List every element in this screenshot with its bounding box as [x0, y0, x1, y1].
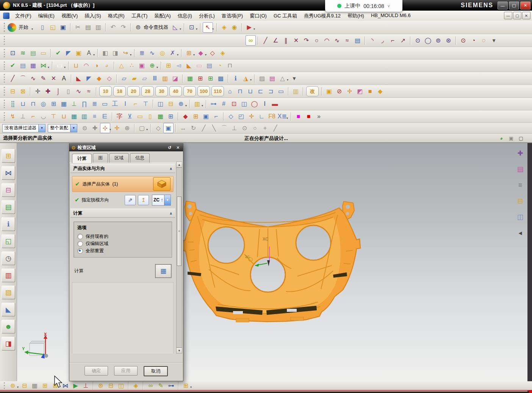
- split-plate-icon[interactable]: ◫: [155, 99, 166, 109]
- rib-icon[interactable]: ▥: [160, 73, 170, 83]
- save-icon[interactable]: ▣: [58, 22, 68, 33]
- hook-icon[interactable]: ⌡: [53, 86, 63, 96]
- locating-ring-icon[interactable]: ◎: [38, 99, 49, 109]
- scroll-thumb[interactable]: ≡: [177, 196, 182, 266]
- point-dialog-button[interactable]: ↥: [138, 195, 149, 205]
- dialog-title-bar[interactable]: ⚙ 检查区域 ↺ ✕: [69, 144, 183, 151]
- minimize-button[interactable]: —: [498, 2, 508, 9]
- size-button-20[interactable]: 20: [127, 86, 140, 96]
- note-icon[interactable]: ▭: [38, 48, 49, 58]
- size-button-100[interactable]: 100: [197, 86, 210, 96]
- point-set-icon[interactable]: ◇: [104, 73, 114, 83]
- e-shape-icon[interactable]: ⋿: [100, 112, 110, 122]
- library-icon[interactable]: ▥: [192, 99, 202, 109]
- perp-snap-icon[interactable]: ⊥: [229, 123, 239, 133]
- tpipe-icon[interactable]: ⊥: [18, 112, 28, 122]
- layer-category-icon[interactable]: ▤: [28, 48, 38, 58]
- dimension-icon[interactable]: ⊻: [125, 112, 135, 122]
- die-insert-icon[interactable]: ⊔: [245, 86, 255, 96]
- text-check-icon-dropdown[interactable]: ▾: [93, 53, 95, 57]
- snap-point-icon[interactable]: ✚: [90, 123, 100, 133]
- mold-cubes2-icon[interactable]: ⊠: [18, 86, 28, 96]
- tray-icon[interactable]: ⊟: [166, 99, 176, 109]
- resize-face-icon[interactable]: ◈: [217, 48, 228, 58]
- shaded-select-icon[interactable]: ▣: [163, 123, 174, 133]
- bend2-icon[interactable]: ∟: [257, 112, 267, 122]
- rotate-icon[interactable]: ◇: [226, 112, 236, 122]
- radio-icon-1[interactable]: [77, 241, 83, 247]
- body-select-button[interactable]: [153, 177, 171, 191]
- constraint-navigator-icon[interactable]: ⋈: [2, 166, 15, 180]
- overlay-chevron-icon[interactable]: ∨: [387, 3, 390, 8]
- cancel-button[interactable]: 取消: [144, 366, 168, 376]
- axis-dropdown-icon[interactable]: ▼: [164, 195, 171, 205]
- scroll-down-icon[interactable]: ▼: [177, 347, 182, 353]
- point-snap-icon[interactable]: ✛: [112, 123, 122, 133]
- system-materials-icon[interactable]: ▥: [2, 269, 15, 282]
- roles-icon[interactable]: ☻: [2, 320, 15, 333]
- pattern-csys-icon[interactable]: ✚: [43, 86, 53, 96]
- paste-icon[interactable]: ▥: [93, 22, 103, 33]
- size-button-10[interactable]: 10: [99, 86, 112, 96]
- undo-icon[interactable]: ↶: [108, 22, 118, 33]
- part-navigator-icon[interactable]: ⊟: [2, 183, 15, 197]
- arc4-icon[interactable]: ⌒: [18, 73, 28, 83]
- clamp2-icon[interactable]: ◨: [110, 48, 120, 58]
- runner-icon[interactable]: ≣: [89, 99, 100, 109]
- text-icon[interactable]: A: [59, 73, 69, 83]
- mold-base-icon[interactable]: ⌂: [225, 86, 235, 96]
- sketch-shape-icon-dropdown[interactable]: ▾: [180, 27, 181, 31]
- split-face-icon[interactable]: ◠: [81, 61, 91, 71]
- point2-icon[interactable]: ✕: [49, 73, 59, 83]
- mirror-geometry-icon[interactable]: ⋈: [38, 61, 49, 71]
- trim-tool-icon[interactable]: ↯: [8, 112, 18, 122]
- box4-icon[interactable]: ▯: [145, 112, 155, 122]
- move-component-icon[interactable]: ✚: [514, 147, 526, 159]
- find-in-assembly-icon[interactable]: ⊚: [8, 380, 18, 391]
- close-button[interactable]: ✕: [520, 2, 530, 9]
- cooling-icon[interactable]: ⊕: [176, 99, 186, 109]
- pink-plate-icon[interactable]: ▭: [194, 61, 204, 71]
- dialog-close-icon[interactable]: ✕: [175, 145, 181, 151]
- linked-body-icon[interactable]: ▣: [137, 61, 147, 71]
- line-snap-icon[interactable]: ╱: [270, 123, 280, 133]
- internet-explorer-icon[interactable]: ℹ: [2, 217, 15, 231]
- radio-icon-2[interactable]: [77, 248, 83, 254]
- workpiece-icon[interactable]: ✛: [33, 86, 43, 96]
- dialog-scrollbar[interactable]: ▲ ≡ ▼: [176, 162, 182, 354]
- reuse-library-icon[interactable]: ▤: [2, 200, 15, 214]
- new-file-icon[interactable]: ▯: [38, 22, 48, 33]
- chamfer-icon[interactable]: ⌐: [388, 35, 398, 46]
- blocks-icon[interactable]: ⊟: [514, 195, 526, 207]
- radio-icon-0[interactable]: [77, 234, 83, 239]
- f8-view-icon[interactable]: F8: [267, 112, 277, 122]
- offset-face-icon-dropdown[interactable]: ▾: [205, 53, 207, 57]
- grid7-icon[interactable]: ▦: [69, 112, 79, 122]
- revolve-icon[interactable]: ▰: [129, 73, 139, 83]
- channel-grid-icon[interactable]: #: [219, 99, 229, 109]
- size-button-18[interactable]: 18: [113, 86, 126, 96]
- drafting-icon[interactable]: ▤: [514, 163, 526, 175]
- view-popup-icon-dropdown[interactable]: ▾: [253, 27, 255, 31]
- no-sketch-icon-dropdown[interactable]: ▾: [177, 53, 178, 57]
- menu-item-3[interactable]: 插入(S): [81, 11, 104, 20]
- punch-insert-icon[interactable]: ⊓: [235, 86, 245, 96]
- shield-icon[interactable]: ◅: [174, 61, 184, 71]
- examine-geometry-icon[interactable]: ✔: [53, 48, 63, 58]
- size-button-30[interactable]: 30: [155, 86, 168, 96]
- quick-trim-icon[interactable]: ↗: [398, 35, 408, 46]
- hatch-icon[interactable]: ▨: [257, 73, 267, 83]
- draft-icon-dropdown[interactable]: ▾: [250, 78, 252, 82]
- triangle-icon[interactable]: △: [277, 73, 288, 83]
- assembly-constraints-icon[interactable]: ▶: [70, 380, 81, 391]
- panel-collapse-icon[interactable]: ◂: [514, 227, 526, 239]
- spline-icon[interactable]: ∿: [332, 35, 342, 46]
- corner3-icon[interactable]: ⌐: [28, 112, 38, 122]
- menu-item-1[interactable]: 编辑(E): [35, 11, 58, 20]
- selection-filter-dropdown-icon[interactable]: ▼: [38, 124, 45, 132]
- menu-item-14[interactable]: HB_MOULD M6.6: [368, 11, 414, 20]
- drag-hand-icon[interactable]: ↪: [120, 48, 131, 58]
- offset-circle-icon[interactable]: ⊚: [433, 35, 443, 46]
- selection-scope-dropdown-icon[interactable]: ▼: [70, 124, 77, 132]
- cross-icon[interactable]: ✕: [291, 35, 301, 46]
